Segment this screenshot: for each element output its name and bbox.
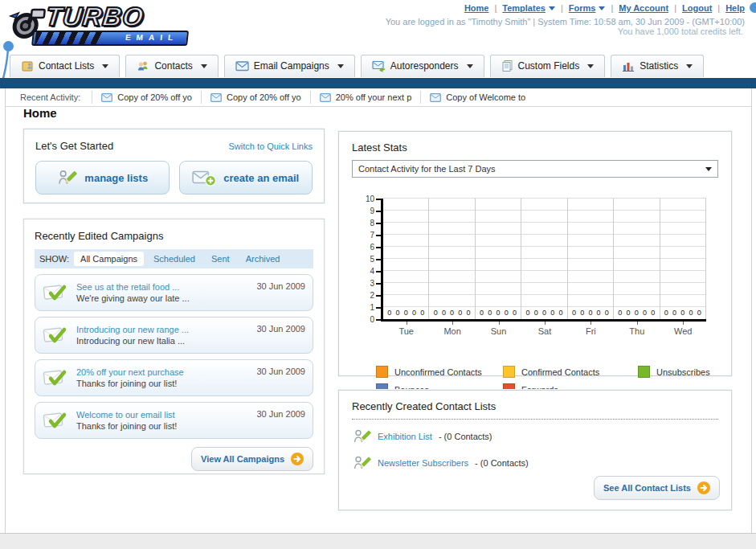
data-value-label: 0 [558, 309, 562, 317]
nav-tab-contact-lists[interactable]: Contact Lists [10, 55, 120, 77]
see-all-contact-lists-button[interactable]: See All Contact Lists [594, 476, 720, 500]
chart-day-group: 00000 [383, 199, 429, 319]
turbo-email-logo: TURBO EMAIL [6, 2, 195, 45]
nav-tab-email-campaigns[interactable]: Email Campaigns [224, 55, 355, 77]
nav-tab-contacts[interactable]: Contacts [125, 55, 218, 77]
dotted-divider [352, 419, 718, 420]
y-tick-label: 5 [370, 255, 381, 264]
data-value-label: 0 [505, 309, 509, 317]
chevron-down-icon [201, 64, 207, 68]
data-value-label: 0 [442, 309, 446, 317]
contact-list-link[interactable]: Newsletter Subscribers [378, 458, 468, 468]
y-tick-label: 8 [370, 219, 381, 227]
header-link-templates[interactable]: Templates [502, 3, 568, 13]
data-value-label: 0 [672, 309, 676, 317]
y-tick-label: 6 [370, 243, 381, 252]
campaign-row[interactable]: Welcome to our email listThanks for join… [35, 402, 313, 439]
campaign-date: 30 Jun 2009 [256, 409, 305, 419]
latest-stats-title: Latest Stats [352, 141, 718, 154]
x-tick-label: Thu [614, 322, 660, 336]
legend-item: Unsubscribes [638, 366, 718, 378]
chevron-down-icon [102, 64, 108, 68]
chevron-down-icon [587, 64, 594, 68]
data-value-label: 0 [458, 309, 462, 317]
nav-tab-custom-fields[interactable]: Custom Fields [490, 55, 606, 77]
envelope-check-icon [43, 324, 70, 346]
view-all-campaigns-button[interactable]: View All Campaigns [191, 447, 313, 471]
nav-tab-statistics[interactable]: Statistics [611, 55, 704, 77]
recent-activity-item[interactable]: 20% off your next p [310, 91, 421, 104]
chart-day-group: 00000 [429, 199, 475, 319]
campaign-date: 30 Jun 2009 [256, 281, 305, 291]
tab-all-campaigns[interactable]: All Campaigns [74, 252, 144, 266]
tab-archived[interactable]: Archived [239, 252, 287, 266]
stats-period-dropdown[interactable]: Contact Activity for the Last 7 Days [352, 160, 718, 178]
main-nav: Contact Lists Contacts Email Campaigns A… [10, 55, 704, 77]
recent-activity-label: Recent Activity: [20, 92, 80, 102]
contact-list-count: - (0 Contacts) [439, 432, 492, 441]
campaigns-title: Recently Edited Campaigns [35, 230, 313, 242]
campaigns-filter-bar: SHOW: All Campaigns Scheduled Sent Archi… [35, 249, 313, 268]
person-pencil-icon [352, 427, 371, 446]
recent-activity-item[interactable]: Copy of 20% off yo [92, 91, 201, 104]
envelope-icon [320, 93, 331, 102]
data-value-label: 0 [534, 309, 538, 317]
header-link-home[interactable]: Home [464, 3, 502, 13]
y-tick-label: 2 [370, 291, 381, 300]
email-campaigns-icon [235, 60, 249, 72]
campaign-date: 30 Jun 2009 [256, 324, 305, 334]
logo-title: TURBO [44, 2, 145, 32]
chart-day-group: 00000 [521, 199, 567, 319]
data-value-label: 0 [497, 309, 501, 317]
show-label: SHOW: [39, 254, 69, 264]
data-value-label: 0 [467, 309, 471, 317]
decorative-dot-right [750, 2, 756, 13]
contacts-icon [137, 59, 149, 72]
chart-day-group: 00000 [660, 199, 706, 319]
campaign-row[interactable]: 20% off your next purchaseThanks for joi… [35, 359, 313, 396]
chart-x-axis: TueMonSunSatFriThuWed [383, 322, 706, 336]
data-value-label: 0 [387, 309, 391, 317]
chart-day-group: 00000 [568, 199, 614, 319]
header-link-help[interactable]: Help [725, 3, 745, 13]
chart-day-group: 00000 [476, 199, 521, 319]
navy-divider-bar [0, 78, 756, 88]
chevron-down-icon [705, 167, 712, 171]
recent-activity-item[interactable]: Copy of 20% off yo [201, 91, 310, 104]
data-value-label: 0 [605, 309, 609, 317]
tab-scheduled[interactable]: Scheduled [147, 252, 202, 266]
contact-list-item[interactable]: Newsletter Subscribers - (0 Contacts) [352, 453, 718, 473]
contact-list-count: - (0 Contacts) [475, 458, 529, 468]
header-link-forms[interactable]: Forms [569, 3, 619, 13]
page-title: Home [23, 106, 57, 120]
logo-subtitle: EMAIL [125, 33, 178, 42]
contact-lists-title: Recently Created Contact Lists [352, 400, 718, 412]
switch-quick-links[interactable]: Switch to Quick Links [228, 141, 313, 151]
header-link-my-account[interactable]: My Account [619, 3, 682, 13]
y-tick-label: 7 [370, 231, 381, 240]
create-email-button[interactable]: create an email [179, 161, 313, 195]
chart-plot: 00000000000000000000000000000000000 [381, 199, 706, 322]
person-pencil-icon [352, 453, 371, 473]
campaign-subtitle: Thanks for joining our list! [76, 421, 256, 431]
manage-lists-button[interactable]: manage lists [35, 161, 170, 195]
data-value-label: 0 [689, 309, 693, 317]
data-value-label: 0 [550, 309, 554, 317]
campaign-row[interactable]: Introducing our new range ...Introducing… [35, 317, 313, 354]
contact-lists-icon [21, 59, 34, 72]
login-info: You are logged in as "Timothy Smith" | S… [386, 17, 745, 27]
recent-activity-item[interactable]: Copy of Welcome to [420, 91, 534, 104]
campaign-title-link: Welcome to our email list [76, 410, 256, 420]
tab-sent[interactable]: Sent [205, 252, 236, 266]
contact-list-link[interactable]: Exhibition List [378, 432, 432, 441]
header-link-logout[interactable]: Logout [682, 3, 725, 13]
campaign-row[interactable]: See us at the retail food ...We're givin… [35, 274, 313, 311]
x-tick-label: Tue [383, 322, 429, 336]
campaign-subtitle: We're giving away our late ... [76, 293, 256, 303]
campaign-date: 30 Jun 2009 [256, 367, 305, 376]
data-value-label: 0 [412, 309, 416, 317]
contact-list-item[interactable]: Exhibition List - (0 Contacts) [352, 427, 718, 446]
chevron-down-icon [686, 64, 693, 68]
y-tick-label: 4 [370, 267, 381, 276]
nav-tab-autoresponders[interactable]: Autoresponders [361, 55, 484, 77]
